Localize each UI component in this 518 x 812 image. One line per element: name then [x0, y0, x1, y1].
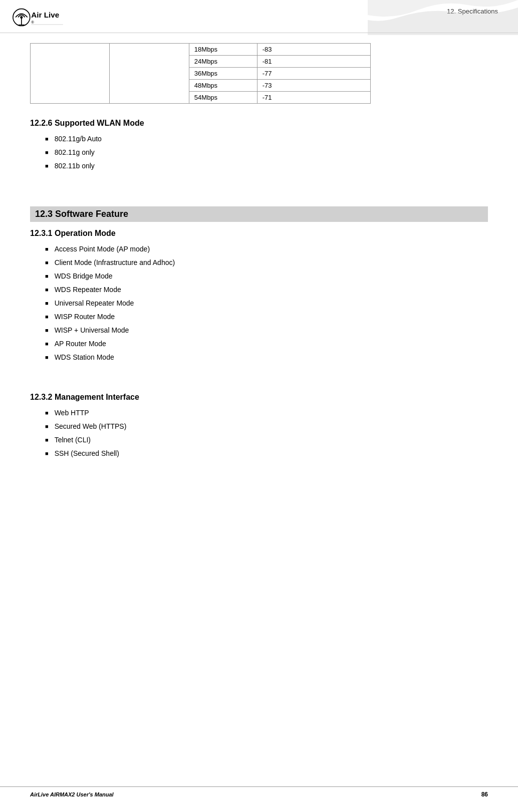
list-item: 802.11g only — [45, 147, 488, 158]
wlan-section-heading: 12.2.6 Supported WLAN Mode — [30, 119, 488, 128]
svg-text:Air Live: Air Live — [31, 11, 59, 19]
airlive-logo: Air Live ® — [10, 5, 65, 30]
table-row: 48Mbps — [189, 80, 257, 92]
list-item: SSH (Secured Shell) — [45, 448, 488, 459]
operation-mode-list: Access Point Mode (AP mode)Client Mode (… — [45, 244, 488, 363]
operation-mode-heading: 12.3.1 Operation Mode — [30, 229, 488, 238]
list-item: WDS Repeater Mode — [45, 285, 488, 295]
table-row: 54Mbps — [189, 92, 257, 104]
list-item: Secured Web (HTTPS) — [45, 421, 488, 432]
table-row: -71 — [257, 92, 370, 104]
table-row: 18Mbps — [189, 44, 257, 56]
footer-manual-title: AirLive AIRMAX2 User's Manual — [30, 791, 114, 797]
list-item: 802.11g/b Auto — [45, 134, 488, 144]
table-row: -81 — [257, 56, 370, 68]
sensitivity-table: 18Mbps-8324Mbps-8136Mbps-7748Mbps-7354Mb… — [30, 43, 371, 104]
table-row: -83 — [257, 44, 370, 56]
list-item: WISP Router Mode — [45, 312, 488, 322]
list-item: AP Router Mode — [45, 339, 488, 349]
management-heading: 12.3.2 Management Interface — [30, 393, 488, 402]
table-row: 24Mbps — [189, 56, 257, 68]
table-row: 36Mbps — [189, 68, 257, 80]
list-item: Client Mode (Infrastructure and Adhoc) — [45, 257, 488, 268]
management-list: Web HTTPSecured Web (HTTPS)Telnet (CLI)S… — [45, 408, 488, 459]
list-item: Universal Repeater Mode — [45, 298, 488, 309]
list-item: Telnet (CLI) — [45, 435, 488, 445]
list-item: Web HTTP — [45, 408, 488, 418]
table-row: -77 — [257, 68, 370, 80]
page-footer: AirLive AIRMAX2 User's Manual 86 — [0, 786, 518, 802]
main-content: 18Mbps-8324Mbps-8136Mbps-7748Mbps-7354Mb… — [0, 33, 518, 484]
logo-area: Air Live ® — [10, 5, 65, 30]
software-feature-bar: 12.3 Software Feature — [30, 206, 488, 222]
list-item: 802.11b only — [45, 161, 488, 171]
list-item: WDS Bridge Mode — [45, 271, 488, 282]
table-row: -73 — [257, 80, 370, 92]
list-item: WDS Station Mode — [45, 352, 488, 363]
wlan-mode-list: 802.11g/b Auto802.11g only802.11b only — [45, 134, 488, 171]
list-item: Access Point Mode (AP mode) — [45, 244, 488, 254]
wave-decoration — [368, 0, 518, 35]
page-number: 86 — [481, 791, 488, 798]
svg-text:®: ® — [31, 20, 34, 25]
list-item: WISP + Universal Mode — [45, 325, 488, 336]
